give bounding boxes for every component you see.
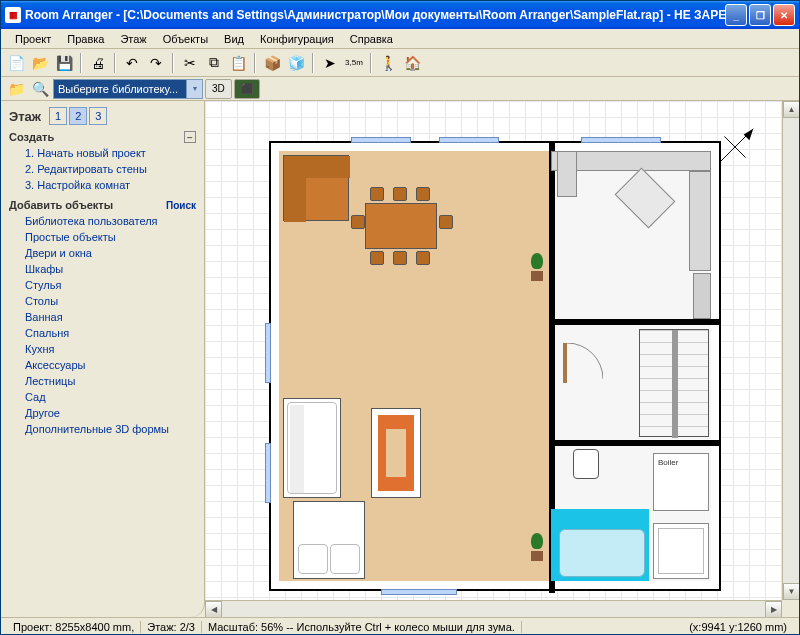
mode-toggle-button[interactable]: ⬛ <box>234 79 260 99</box>
library-dropdown[interactable]: Выберите библиотеку... ▾ <box>53 79 203 99</box>
bathtub[interactable] <box>559 529 645 577</box>
open-icon[interactable]: 📂 <box>29 52 51 74</box>
view3d-icon[interactable]: 🧊 <box>285 52 307 74</box>
status-bar: Проект: 8255x8400 mm, Этаж: 2/3 Масштаб:… <box>1 617 799 635</box>
canvas[interactable]: Boiler ▲ ▼ ◀ ▶ <box>205 101 799 617</box>
library-icon[interactable]: 📁 <box>5 78 27 100</box>
menu-config[interactable]: Конфигурация <box>252 31 342 47</box>
chair[interactable] <box>416 187 430 201</box>
search-icon[interactable]: 🔍 <box>29 78 51 100</box>
scroll-right-icon[interactable]: ▶ <box>765 601 782 617</box>
menu-project[interactable]: Проект <box>7 31 59 47</box>
window-titlebar: ▦ Room Arranger - [C:\Documents and Sett… <box>1 1 799 29</box>
corner-sofa[interactable] <box>283 155 349 221</box>
scroll-down-icon[interactable]: ▼ <box>783 583 799 600</box>
maximize-button[interactable]: ❐ <box>749 4 771 26</box>
obj-tables[interactable]: Столы <box>9 293 196 309</box>
obj-wardrobes[interactable]: Шкафы <box>9 261 196 277</box>
chair[interactable] <box>416 251 430 265</box>
menu-help[interactable]: Справка <box>342 31 401 47</box>
home-icon[interactable]: 🏠 <box>401 52 423 74</box>
fridge[interactable] <box>693 273 711 319</box>
chair[interactable] <box>439 215 453 229</box>
window[interactable] <box>265 443 271 503</box>
menubar: Проект Правка Этаж Объекты Вид Конфигура… <box>1 29 799 49</box>
obj-doors-windows[interactable]: Двери и окна <box>9 245 196 261</box>
search-link[interactable]: Поиск <box>166 200 196 211</box>
window[interactable] <box>439 137 499 143</box>
obj-user-library[interactable]: Библиотека пользователя <box>9 213 196 229</box>
measure-icon[interactable]: 3,5m <box>343 52 365 74</box>
create-edit-walls[interactable]: 2. Редактировать стены <box>9 161 196 177</box>
menu-objects[interactable]: Объекты <box>155 31 216 47</box>
obj-bedroom[interactable]: Спальня <box>9 325 196 341</box>
door[interactable] <box>563 343 603 383</box>
obj-garden[interactable]: Сад <box>9 389 196 405</box>
save-icon[interactable]: 💾 <box>53 52 75 74</box>
toilet[interactable] <box>573 449 599 479</box>
arrow-icon[interactable]: ➤ <box>319 52 341 74</box>
obj-3d-shapes[interactable]: Дополнительные 3D формы <box>9 421 196 437</box>
create-new-project[interactable]: 1. Начать новый проект <box>9 145 196 161</box>
menu-floor[interactable]: Этаж <box>112 31 154 47</box>
undo-icon[interactable]: ↶ <box>121 52 143 74</box>
window[interactable] <box>351 137 411 143</box>
armchair-set[interactable] <box>293 501 365 579</box>
menu-edit[interactable]: Правка <box>59 31 112 47</box>
obj-simple[interactable]: Простые объекты <box>9 229 196 245</box>
wall-horizontal-2 <box>549 440 719 446</box>
horizontal-scrollbar[interactable]: ◀ ▶ <box>205 600 782 617</box>
obj-other[interactable]: Другое <box>9 405 196 421</box>
sidebar: Этаж 1 2 3 Создать − 1. Начать новый про… <box>1 101 205 617</box>
paste-icon[interactable]: 📋 <box>227 52 249 74</box>
kitchen-counter-right[interactable] <box>689 171 711 271</box>
floor-1-button[interactable]: 1 <box>49 107 67 125</box>
wall-horizontal-1 <box>549 319 719 325</box>
close-button[interactable]: ✕ <box>773 4 795 26</box>
scroll-left-icon[interactable]: ◀ <box>205 601 222 617</box>
plant-icon[interactable] <box>527 253 547 281</box>
create-room-setup[interactable]: 3. Настройка комнат <box>9 177 196 193</box>
status-floor: Этаж: 2/3 <box>141 621 202 633</box>
floor-2-button[interactable]: 2 <box>69 107 87 125</box>
floor-3-button[interactable]: 3 <box>89 107 107 125</box>
plant-icon[interactable] <box>527 533 547 561</box>
chair[interactable] <box>370 187 384 201</box>
menu-view[interactable]: Вид <box>216 31 252 47</box>
box-icon[interactable]: 📦 <box>261 52 283 74</box>
obj-bathroom[interactable]: Ванная <box>9 309 196 325</box>
window[interactable] <box>265 323 271 383</box>
mode-3d-button[interactable]: 3D <box>205 79 232 99</box>
chair[interactable] <box>393 187 407 201</box>
sofa[interactable] <box>283 398 341 498</box>
kitchen-unit[interactable] <box>557 151 577 197</box>
status-project: Проект: 8255x8400 mm, <box>7 621 141 633</box>
print-icon[interactable]: 🖨 <box>87 52 109 74</box>
obj-chairs[interactable]: Стулья <box>9 277 196 293</box>
cut-icon[interactable]: ✂ <box>179 52 201 74</box>
chair[interactable] <box>351 215 365 229</box>
obj-stairs[interactable]: Лестницы <box>9 373 196 389</box>
minimize-button[interactable]: _ <box>725 4 747 26</box>
obj-kitchen-cat[interactable]: Кухня <box>9 341 196 357</box>
staircase[interactable] <box>639 329 709 437</box>
window[interactable] <box>381 589 457 595</box>
chair[interactable] <box>393 251 407 265</box>
window[interactable] <box>581 137 661 143</box>
bathroom-unit[interactable]: Boiler <box>653 453 709 511</box>
copy-icon[interactable]: ⧉ <box>203 52 225 74</box>
shower[interactable] <box>653 523 709 579</box>
redo-icon[interactable]: ↷ <box>145 52 167 74</box>
tv-unit[interactable] <box>371 408 421 498</box>
floor-plan[interactable]: Boiler <box>269 141 721 591</box>
scroll-up-icon[interactable]: ▲ <box>783 101 799 118</box>
vertical-scrollbar[interactable]: ▲ ▼ <box>782 101 799 600</box>
walk-icon[interactable]: 🚶 <box>377 52 399 74</box>
dining-table[interactable] <box>365 203 437 249</box>
chair[interactable] <box>370 251 384 265</box>
collapse-icon[interactable]: − <box>184 131 196 143</box>
svg-marker-1 <box>744 129 754 141</box>
new-icon[interactable]: 📄 <box>5 52 27 74</box>
obj-accessories[interactable]: Аксессуары <box>9 357 196 373</box>
window-title: Room Arranger - [C:\Documents and Settin… <box>25 8 725 22</box>
